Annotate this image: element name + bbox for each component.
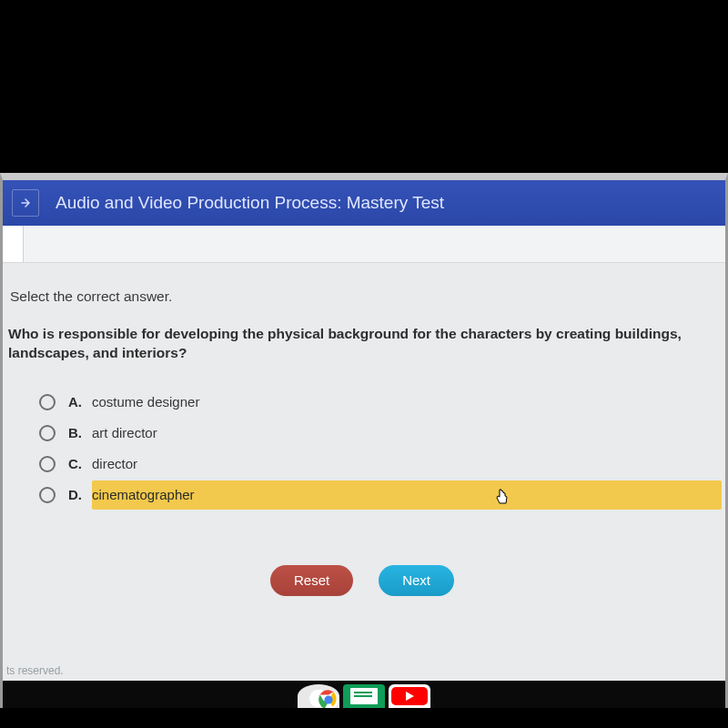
option-letter: D. (68, 487, 92, 502)
radio-icon[interactable] (39, 394, 56, 410)
shelf-app-icon[interactable] (298, 684, 339, 708)
reset-button[interactable]: Reset (270, 565, 353, 596)
option-text: director (92, 456, 137, 471)
page-title: Audio and Video Production Process: Mast… (56, 193, 444, 213)
question-text: Who is responsible for developing the ph… (8, 325, 716, 363)
answer-list: A. costume designer B. art director C. d… (39, 387, 716, 511)
option-text: costume designer (92, 394, 199, 410)
footer-text: ts reserved. (6, 664, 64, 677)
option-d[interactable]: D. cinematographer (39, 480, 716, 511)
nav-forward-icon[interactable] (12, 189, 39, 217)
option-a[interactable]: A. costume designer (39, 387, 716, 418)
option-c[interactable]: C. director (39, 449, 716, 480)
title-bar: Audio and Video Production Process: Mast… (3, 180, 725, 226)
next-button[interactable]: Next (379, 565, 454, 596)
radio-icon[interactable] (39, 425, 56, 441)
option-letter: C. (68, 456, 92, 471)
shelf-app-icon[interactable] (343, 684, 385, 708)
pointer-cursor-icon (494, 487, 511, 507)
option-b[interactable]: B. art director (39, 418, 716, 449)
toolbar (3, 226, 725, 263)
option-letter: A. (68, 394, 92, 410)
button-row: Reset Next (8, 565, 716, 596)
option-text: art director (92, 425, 157, 440)
app-window: Audio and Video Production Process: Mast… (0, 173, 728, 708)
radio-icon[interactable] (39, 487, 56, 503)
instruction-text: Select the correct answer. (10, 288, 716, 305)
option-letter: B. (68, 425, 92, 440)
letterbox-top (0, 0, 728, 173)
option-text: cinematographer (92, 487, 195, 502)
toolbar-tab[interactable] (3, 226, 24, 262)
os-shelf (3, 681, 725, 708)
question-panel: Select the correct answer. Who is respon… (3, 263, 725, 596)
shelf-app-icon[interactable] (389, 684, 430, 708)
radio-icon[interactable] (39, 456, 56, 472)
